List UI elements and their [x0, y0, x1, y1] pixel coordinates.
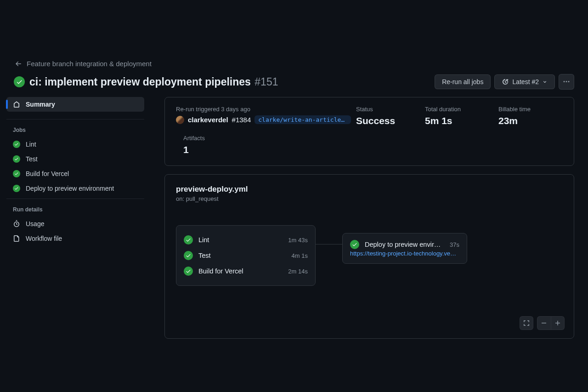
zoom-in-button[interactable]	[551, 317, 565, 330]
fullscreen-button[interactable]	[520, 316, 533, 330]
branch-tag[interactable]: clarke/write-an-article-t…	[254, 115, 351, 124]
title-text: ci: implement preview deployment pipelin…	[29, 76, 251, 88]
sidebar-job-label: Deploy to preview environment	[26, 185, 114, 192]
sidebar-job-test[interactable]: Test	[6, 152, 144, 166]
avatar	[176, 116, 184, 124]
latest-attempt-dropdown[interactable]: Latest #2	[494, 74, 555, 89]
stopwatch-icon	[13, 220, 20, 227]
run-summary-card: Re-run triggered 3 days ago clarkeverdel…	[164, 97, 574, 166]
workflow-graph-card: preview-deploy.yml on: pull_request Lint…	[164, 174, 574, 339]
status-label: Status	[356, 106, 425, 113]
graph-job-build[interactable]: Build for Vercel 2m 14s	[184, 263, 308, 279]
sidebar-workflow-file[interactable]: Workflow file	[6, 231, 144, 246]
sidebar-summary-label: Summary	[26, 101, 55, 108]
duration-value: 5m 1s	[425, 115, 498, 126]
divider	[6, 199, 144, 199]
sidebar-usage[interactable]: Usage	[6, 216, 144, 231]
sidebar-job-label: Build for Vercel	[26, 170, 69, 177]
sidebar-job-label: Lint	[26, 141, 36, 148]
graph-job-time: 37s	[450, 241, 459, 248]
billable-label: Billable time	[498, 106, 563, 113]
workflow-file-name: preview-deploy.yml	[176, 185, 563, 194]
sidebar-job-lint[interactable]: Lint	[6, 137, 144, 152]
success-icon	[184, 267, 193, 276]
sidebar-job-deploy[interactable]: Deploy to preview environment	[6, 181, 144, 196]
graph-job-time: 1m 43s	[288, 237, 308, 244]
sidebar-run-details-heading: Run details	[6, 204, 144, 216]
graph-node-group-1: Lint 1m 43s Test 4m 1s Build for Vercel …	[176, 225, 316, 286]
success-icon	[14, 76, 25, 87]
zoom-controls	[537, 316, 565, 330]
sidebar-job-label: Test	[26, 155, 38, 163]
duration-label: Total duration	[425, 106, 498, 113]
graph-job-name: Build for Vercel	[198, 267, 283, 275]
minus-icon	[540, 319, 548, 327]
sidebar-jobs-heading: Jobs	[6, 124, 144, 137]
workflow-file-icon	[13, 235, 20, 242]
sidebar: Summary Jobs Lint Test Build for Vercel …	[6, 97, 144, 246]
rerun-all-jobs-button[interactable]: Re-run all jobs	[435, 74, 491, 89]
history-icon	[502, 78, 509, 85]
graph-job-time: 4m 1s	[292, 252, 308, 259]
artifacts-value: 1	[183, 144, 563, 155]
graph-job-lint[interactable]: Lint 1m 43s	[184, 232, 308, 248]
back-link-label: Feature branch integration & deployment	[27, 60, 152, 68]
success-icon	[184, 235, 193, 244]
more-actions-button[interactable]	[559, 74, 574, 90]
sidebar-usage-label: Usage	[26, 220, 44, 227]
actor-name[interactable]: clarkeverdel	[188, 116, 228, 124]
arrow-left-icon	[15, 60, 22, 68]
status-value: Success	[356, 115, 425, 126]
title-number: #151	[254, 76, 278, 88]
sidebar-workflow-file-label: Workflow file	[26, 235, 62, 242]
page-title: ci: implement preview deployment pipelin…	[14, 76, 435, 88]
success-icon	[350, 240, 359, 249]
plus-icon	[554, 319, 561, 327]
home-icon	[13, 101, 20, 108]
graph-job-name: Test	[198, 252, 286, 259]
workflow-graph[interactable]: Lint 1m 43s Test 4m 1s Build for Vercel …	[176, 225, 563, 308]
billable-value: 23m	[498, 115, 563, 126]
graph-job-time: 2m 14s	[288, 268, 308, 275]
success-icon	[13, 170, 20, 177]
chevron-down-icon	[542, 79, 548, 85]
fullscreen-icon	[523, 319, 530, 327]
graph-job-name: Deploy to preview environ…	[365, 241, 444, 248]
graph-node-deploy[interactable]: Deploy to preview environ… 37s https://t…	[342, 233, 467, 264]
artifacts-label: Artifacts	[183, 135, 563, 142]
back-link[interactable]: Feature branch integration & deployment	[6, 60, 574, 68]
sidebar-job-build[interactable]: Build for Vercel	[6, 166, 144, 181]
success-icon	[13, 141, 20, 148]
graph-job-name: Lint	[198, 236, 283, 244]
zoom-out-button[interactable]	[537, 317, 551, 330]
deployment-url[interactable]: https://testing-project.io-technology.ve…	[350, 250, 459, 257]
success-icon	[13, 155, 20, 163]
success-icon	[13, 185, 20, 192]
graph-connector	[313, 244, 345, 244]
trigger-label: Re-run triggered 3 days ago	[176, 106, 356, 113]
divider	[6, 119, 144, 119]
sidebar-summary[interactable]: Summary	[6, 97, 144, 112]
workflow-trigger-on: on: pull_request	[176, 195, 563, 202]
pr-number[interactable]: #1384	[232, 116, 251, 124]
graph-job-test[interactable]: Test 4m 1s	[184, 248, 308, 263]
success-icon	[184, 251, 193, 260]
kebab-icon	[563, 78, 570, 85]
